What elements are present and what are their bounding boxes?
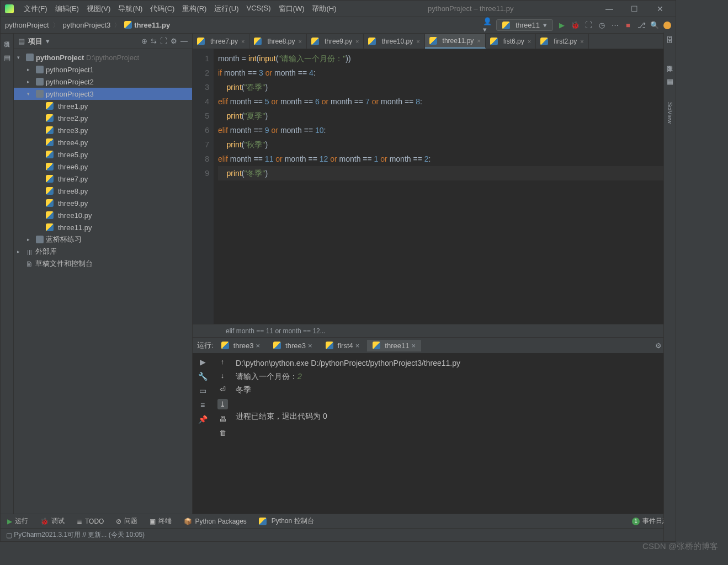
tree-row[interactable]: three7.py bbox=[14, 173, 192, 185]
menu-item[interactable]: 文件(F) bbox=[20, 3, 51, 15]
menu-item[interactable]: 导航(N) bbox=[115, 3, 146, 15]
soft-wrap-icon[interactable]: ⏎ bbox=[220, 385, 226, 393]
run-button[interactable]: ▶ bbox=[557, 21, 566, 30]
close-button[interactable]: ✕ bbox=[652, 4, 668, 13]
run-config-combo[interactable]: three11▾ bbox=[496, 19, 553, 31]
close-tab-icon[interactable]: × bbox=[528, 38, 531, 45]
menu-item[interactable]: 重构(R) bbox=[179, 3, 210, 15]
btab-pyconsole[interactable]: Python 控制台 bbox=[259, 516, 314, 526]
clear-icon[interactable]: 🗑 bbox=[219, 429, 226, 437]
editor-tab[interactable]: three9.py× bbox=[307, 34, 364, 49]
btab-todo[interactable]: ≣TODO bbox=[77, 518, 104, 525]
structure-tool-button[interactable]: ▤ bbox=[4, 54, 10, 62]
tree-row[interactable]: 🗎草稿文件和控制台 bbox=[14, 258, 192, 270]
modify-run-button[interactable]: 🔧 bbox=[198, 372, 208, 381]
tree-row[interactable]: ▾pythonProject D:\pythonProject bbox=[14, 51, 192, 63]
settings-icon[interactable]: ⚙ bbox=[171, 37, 177, 45]
menu-item[interactable]: VCS(S) bbox=[243, 3, 274, 15]
hide-icon[interactable]: — bbox=[180, 37, 188, 45]
breadcrumb-item[interactable]: three11.py bbox=[124, 21, 170, 29]
btab-terminal[interactable]: ▣终端 bbox=[150, 516, 172, 526]
console-output[interactable]: D:\python\python.exe D:/pythonProject/py… bbox=[232, 353, 676, 514]
run-tab[interactable]: three3 × bbox=[216, 340, 265, 351]
tree-row[interactable]: three8.py bbox=[14, 185, 192, 197]
tree-row[interactable]: ▾pythonProject3 bbox=[14, 88, 192, 100]
editor-tab[interactable]: first2.py× bbox=[536, 34, 588, 49]
rerun-button[interactable]: ▶ bbox=[200, 358, 206, 366]
editor-tab[interactable]: three11.py× bbox=[425, 34, 486, 49]
btab-run[interactable]: ▶运行 bbox=[7, 516, 28, 526]
close-tab-icon[interactable]: × bbox=[355, 38, 359, 45]
scroll-end-icon[interactable]: ⤓ bbox=[217, 399, 228, 409]
stop-button[interactable]: ■ bbox=[624, 21, 633, 30]
editor-tab[interactable]: three7.py× bbox=[193, 34, 249, 49]
debug-button[interactable]: 🐞 bbox=[571, 21, 580, 30]
pin-button[interactable]: 📌 bbox=[198, 415, 208, 424]
layout-button[interactable]: ≡ bbox=[200, 401, 205, 409]
btab-pypackages[interactable]: 📦Python Packages bbox=[184, 518, 246, 525]
menu-item[interactable]: 代码(C) bbox=[147, 3, 178, 15]
close-tab-icon[interactable]: × bbox=[241, 38, 245, 45]
editor-tab[interactable]: three8.py× bbox=[249, 34, 306, 49]
maximize-button[interactable]: ☐ bbox=[627, 4, 642, 13]
tree-row[interactable]: three2.py bbox=[14, 112, 192, 124]
code-editor[interactable]: 123456789 month = int(input("请输入一个月份："))… bbox=[193, 49, 676, 324]
tree-row[interactable]: ▸蓝桥杯练习 bbox=[14, 233, 192, 246]
tree-row[interactable]: ▸⫼外部库 bbox=[14, 246, 192, 258]
code-area[interactable]: month = int(input("请输入一个月份："))if month =… bbox=[214, 49, 676, 324]
tree-row[interactable]: three1.py bbox=[14, 100, 192, 112]
close-icon[interactable]: × bbox=[308, 342, 312, 350]
menu-item[interactable]: 运行(U) bbox=[211, 3, 242, 15]
sciview-label[interactable]: SciView bbox=[667, 102, 673, 124]
profile-button[interactable]: ◷ bbox=[597, 21, 606, 30]
close-tab-icon[interactable]: × bbox=[299, 38, 302, 45]
btab-debug[interactable]: 🐞调试 bbox=[40, 516, 65, 526]
locate-icon[interactable]: ⊕ bbox=[141, 37, 147, 45]
breadcrumb[interactable]: pythonProject〉pythonProject3〉three11.py bbox=[5, 20, 170, 30]
run-settings-icon[interactable]: ⚙ bbox=[655, 342, 662, 350]
tree-row[interactable]: ▸pythonProject1 bbox=[14, 63, 192, 76]
breadcrumb-item[interactable]: pythonProject bbox=[5, 21, 49, 29]
run-tab[interactable]: first4 × bbox=[320, 340, 365, 351]
search-icon[interactable]: 🔍 bbox=[650, 21, 659, 30]
expand-icon[interactable]: ⛶ bbox=[160, 37, 167, 45]
git-button[interactable]: ⎇ bbox=[637, 21, 646, 30]
tree-row[interactable]: ▸pythonProject2 bbox=[14, 76, 192, 88]
coverage-button[interactable]: ⛶ bbox=[584, 21, 593, 30]
tree-row[interactable]: three3.py bbox=[14, 124, 192, 136]
update-indicator-icon[interactable] bbox=[663, 22, 671, 29]
editor-tab[interactable]: fist6.py× bbox=[486, 34, 536, 49]
tree-row[interactable]: three9.py bbox=[14, 197, 192, 209]
print-icon[interactable]: 🖶 bbox=[219, 415, 226, 423]
editor-tab[interactable]: three10.py× bbox=[364, 34, 424, 49]
run-tab[interactable]: three3 × bbox=[268, 340, 317, 351]
project-tree[interactable]: ▾pythonProject D:\pythonProject▸pythonPr… bbox=[14, 49, 192, 514]
tree-row[interactable]: three5.py bbox=[14, 148, 192, 161]
close-tab-icon[interactable]: × bbox=[477, 38, 480, 44]
close-tab-icon[interactable]: × bbox=[416, 38, 419, 45]
menu-item[interactable]: 帮助(H) bbox=[309, 3, 339, 15]
user-icon[interactable]: 👤▾ bbox=[483, 21, 492, 30]
breadcrumb-item[interactable]: pythonProject3 bbox=[63, 21, 111, 29]
close-tab-icon[interactable]: × bbox=[580, 38, 583, 45]
close-icon[interactable]: × bbox=[411, 342, 416, 350]
collapse-icon[interactable]: ⇆ bbox=[151, 37, 157, 45]
tree-row[interactable]: three11.py bbox=[14, 221, 192, 233]
close-icon[interactable]: × bbox=[256, 342, 261, 350]
menu-item[interactable]: 编辑(E) bbox=[52, 3, 82, 15]
sciview-icon[interactable]: ▦ bbox=[667, 77, 673, 86]
database-tool-button[interactable]: 🗄 bbox=[666, 36, 673, 44]
minimize-button[interactable]: — bbox=[602, 4, 617, 13]
menu-item[interactable]: 窗口(W) bbox=[275, 3, 308, 15]
up-icon[interactable]: ↑ bbox=[221, 358, 225, 366]
run-tab[interactable]: three11 × bbox=[367, 340, 421, 351]
close-icon[interactable]: × bbox=[355, 342, 360, 350]
tree-row[interactable]: three10.py bbox=[14, 209, 192, 221]
tree-row[interactable]: three6.py bbox=[14, 161, 192, 173]
stop-run-button[interactable]: ▭ bbox=[199, 386, 206, 395]
btab-problems[interactable]: ⊘问题 bbox=[116, 516, 137, 526]
menu-item[interactable]: 视图(V) bbox=[83, 3, 114, 15]
down-icon[interactable]: ↓ bbox=[221, 371, 225, 380]
attach-button[interactable]: ⋯ bbox=[610, 21, 619, 30]
tree-row[interactable]: three4.py bbox=[14, 136, 192, 148]
